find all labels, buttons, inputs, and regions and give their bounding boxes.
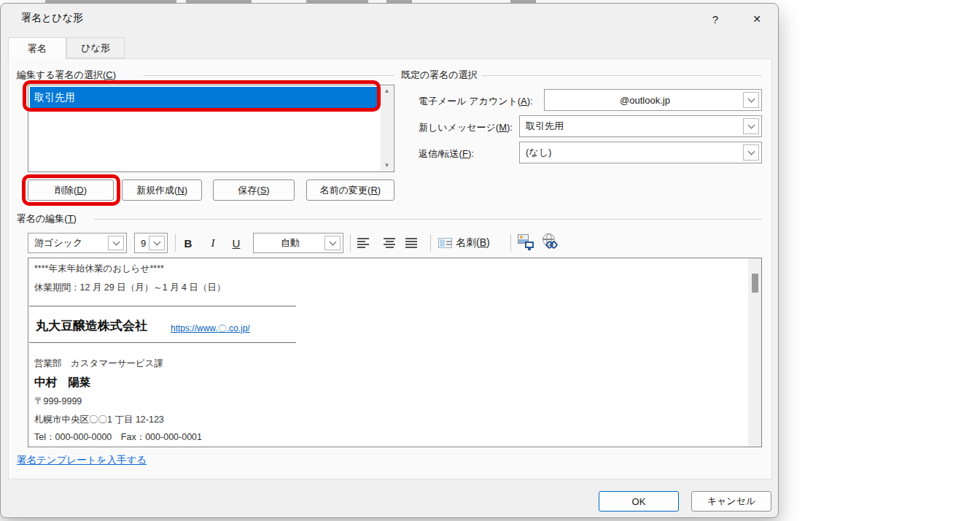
- email-account-label: 電子メール アカウント(A):: [419, 95, 533, 108]
- listbox-scrollbar[interactable]: ▲ ▼: [381, 86, 393, 171]
- signature-listbox[interactable]: 取引先用 ▲ ▼: [28, 85, 394, 172]
- default-signature-group-label: 既定の署名の選択: [401, 69, 482, 82]
- font-color-value: 自動: [260, 234, 321, 252]
- group-divider: [478, 75, 762, 76]
- align-left-icon: [357, 236, 373, 248]
- align-center-icon: [381, 236, 397, 248]
- replies-forwards-value: (なし): [526, 142, 739, 163]
- signature-address: 札幌市中央区〇〇1 丁目 12-123: [34, 414, 164, 426]
- scrollbar-thumb[interactable]: [752, 274, 758, 293]
- help-button[interactable]: ?: [701, 8, 730, 30]
- signatures-and-stationery-dialog: 署名とひな形 ? ✕ 署名 ひな形 編集する署名の選択(C) 取引先用 ▲ ▼ …: [0, 3, 779, 518]
- chevron-down-icon[interactable]: [324, 236, 341, 250]
- signature-company-name: 丸大豆醸造株式会社: [36, 317, 147, 334]
- signature-company-url-link[interactable]: https://www.〇.co.jp/: [171, 323, 250, 335]
- signature-divider: [29, 342, 296, 343]
- dialog-title: 署名とひな形: [21, 12, 83, 25]
- bold-button[interactable]: B: [179, 233, 198, 253]
- signature-postal-code: 〒999-9999: [34, 395, 82, 408]
- chevron-down-icon[interactable]: [149, 236, 165, 250]
- save-button[interactable]: 保存(S): [213, 180, 295, 201]
- signature-line-period: 休業期間：12 月 29 日（月）～1 月 4 日（日）: [34, 282, 226, 294]
- replies-forwards-label: 返信/転送(F):: [419, 147, 474, 161]
- business-card-button[interactable]: 名刺(B): [438, 233, 490, 253]
- replies-forwards-select[interactable]: (なし): [519, 142, 762, 163]
- font-size-select[interactable]: 9: [134, 233, 168, 253]
- new-messages-value: 取引先用: [526, 116, 739, 136]
- italic-button[interactable]: I: [203, 233, 222, 253]
- toolbar-separator: [350, 234, 351, 252]
- business-card-icon: [438, 238, 452, 248]
- edit-signature-group-label: 署名の編集(T): [17, 212, 81, 225]
- align-right-icon: [405, 236, 421, 248]
- signature-department: 営業部 カスタマーサービス課: [34, 358, 163, 370]
- signature-divider: [29, 306, 296, 306]
- chevron-down-icon[interactable]: [108, 236, 124, 250]
- cancel-button[interactable]: キャンセル: [691, 491, 771, 512]
- select-signature-group-label: 編集する署名の選択(C): [17, 69, 120, 82]
- signature-line-notice: ****年末年始休業のおしらせ****: [34, 263, 164, 275]
- scroll-up-icon[interactable]: ▲: [384, 88, 390, 94]
- editbox-scrollbar[interactable]: [748, 258, 761, 447]
- get-signature-templates-link[interactable]: 署名テンプレートを入手する: [17, 454, 147, 467]
- new-messages-label: 新しいメッセージ(M):: [419, 121, 513, 134]
- ok-button[interactable]: OK: [599, 491, 679, 512]
- toolbar-separator: [175, 234, 176, 252]
- align-center-button[interactable]: [381, 236, 397, 250]
- close-icon: ✕: [752, 13, 761, 25]
- font-family-value: 游ゴシック: [34, 234, 104, 252]
- rename-button[interactable]: 名前の変更(R): [306, 180, 394, 201]
- signature-person-name: 中村 陽菜: [34, 375, 91, 390]
- font-family-select[interactable]: 游ゴシック: [28, 233, 127, 253]
- dialog-titlebar: 署名とひな形 ? ✕: [1, 4, 778, 34]
- new-messages-select[interactable]: 取引先用: [519, 115, 762, 137]
- help-icon: ?: [712, 13, 718, 26]
- align-right-button[interactable]: [405, 236, 421, 250]
- signature-tel-fax: Tel：000-000-0000 Fax：000-000-0001: [34, 431, 202, 444]
- tab-stationery[interactable]: ひな形: [66, 37, 125, 58]
- list-item-signature[interactable]: 取引先用: [30, 87, 379, 108]
- new-button[interactable]: 新規作成(N): [122, 180, 202, 201]
- email-account-select[interactable]: @outlook.jp: [544, 89, 762, 111]
- font-color-select[interactable]: 自動: [253, 233, 343, 253]
- group-divider: [144, 75, 394, 76]
- insert-hyperlink-button[interactable]: [542, 234, 558, 250]
- toolbar-separator: [430, 234, 431, 252]
- align-left-button[interactable]: [357, 236, 373, 250]
- insert-picture-button[interactable]: [518, 234, 534, 250]
- chevron-down-icon[interactable]: [743, 92, 759, 108]
- tab-signature[interactable]: 署名: [8, 37, 66, 59]
- delete-button[interactable]: 削除(D): [28, 180, 114, 201]
- signature-edit-area[interactable]: ****年末年始休業のおしらせ**** 休業期間：12 月 29 日（月）～1 …: [28, 258, 762, 447]
- toolbar-separator: [510, 234, 511, 252]
- chevron-down-icon[interactable]: [743, 144, 759, 161]
- close-button[interactable]: ✕: [742, 8, 771, 30]
- scroll-down-icon[interactable]: ▼: [384, 163, 390, 169]
- chevron-down-icon[interactable]: [743, 118, 759, 134]
- group-divider: [94, 219, 762, 220]
- underline-button[interactable]: U: [227, 233, 246, 253]
- email-account-value: @outlook.jp: [551, 90, 739, 110]
- font-size-value: 9: [141, 234, 145, 252]
